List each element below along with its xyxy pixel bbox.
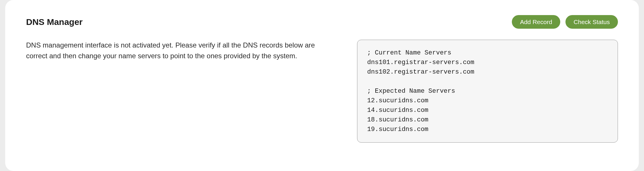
- expected-ns-0: 12.sucuridns.com: [367, 97, 428, 104]
- expected-ns-3: 19.sucuridns.com: [367, 126, 428, 133]
- button-group: Add Record Check Status: [512, 15, 618, 29]
- add-record-button[interactable]: Add Record: [512, 15, 560, 29]
- expected-comment: ; Expected Name Servers: [367, 88, 455, 95]
- current-comment: ; Current Name Servers: [367, 49, 451, 57]
- page-title: DNS Manager: [26, 17, 83, 27]
- check-status-button[interactable]: Check Status: [565, 15, 618, 29]
- current-ns-0: dns101.registrar-servers.com: [367, 59, 474, 66]
- expected-ns-1: 14.sucuridns.com: [367, 107, 428, 114]
- dns-manager-card: DNS Manager Add Record Check Status DNS …: [5, 0, 639, 171]
- content-row: DNS management interface is not activate…: [26, 40, 618, 143]
- current-ns-1: dns102.registrar-servers.com: [367, 68, 474, 76]
- description-text: DNS management interface is not activate…: [26, 40, 334, 61]
- nameservers-code-block: ; Current Name Servers dns101.registrar-…: [357, 40, 618, 143]
- expected-ns-2: 18.sucuridns.com: [367, 116, 428, 123]
- header-row: DNS Manager Add Record Check Status: [26, 15, 618, 29]
